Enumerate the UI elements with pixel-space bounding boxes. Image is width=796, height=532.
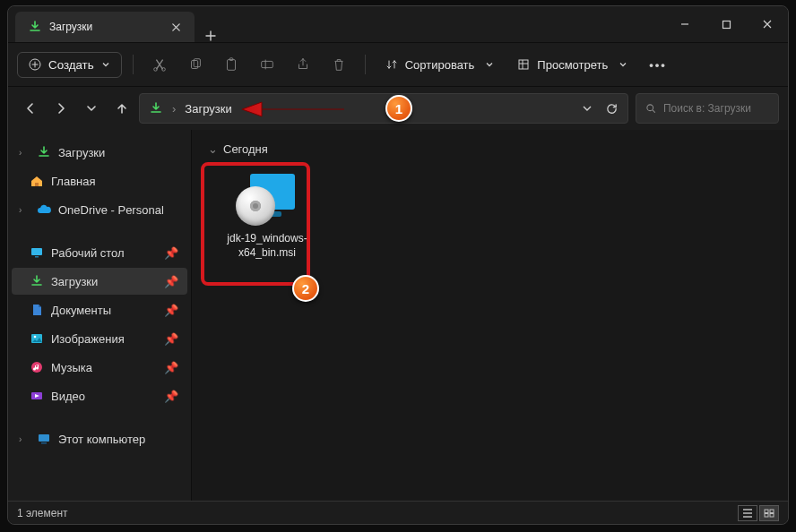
svg-rect-12 xyxy=(35,256,39,258)
sidebar-item-this-pc[interactable]: › Этот компьютер xyxy=(12,425,187,452)
svg-point-10 xyxy=(647,105,653,111)
sidebar-item-label: Этот компьютер xyxy=(58,433,145,446)
svg-rect-22 xyxy=(770,513,774,517)
sidebar-item-pictures[interactable]: Изображения 📌 xyxy=(12,325,187,352)
download-icon xyxy=(30,274,44,288)
create-button[interactable]: Создать xyxy=(17,52,122,78)
pin-icon: 📌 xyxy=(164,332,178,346)
details-view-button[interactable] xyxy=(738,505,757,521)
chevron-right-icon: › xyxy=(172,102,176,116)
svg-rect-9 xyxy=(519,60,528,69)
breadcrumb-current[interactable]: Загрузки xyxy=(185,102,231,116)
music-icon xyxy=(30,360,44,374)
svg-point-14 xyxy=(34,336,37,339)
sidebar-item-label: Музыка xyxy=(51,361,92,374)
copy-button[interactable] xyxy=(180,49,211,80)
image-icon xyxy=(30,331,44,346)
search-input[interactable] xyxy=(663,102,769,115)
tab-close-icon[interactable] xyxy=(169,21,182,33)
pin-icon: 📌 xyxy=(164,246,178,260)
sidebar-item-documents[interactable]: Документы 📌 xyxy=(12,296,187,323)
pin-icon: 📌 xyxy=(164,275,178,288)
view-button[interactable]: Просмотреть xyxy=(508,53,636,77)
minimize-button[interactable] xyxy=(664,6,705,42)
chevron-down-icon[interactable] xyxy=(582,103,593,114)
svg-rect-21 xyxy=(765,513,768,517)
view-label: Просмотреть xyxy=(537,58,608,72)
document-icon xyxy=(30,303,44,317)
sidebar-item-label: Рабочий стол xyxy=(51,246,125,260)
sidebar: › Загрузки Главная › OneDrive - Personal… xyxy=(8,130,192,501)
annotation-callout-2: 2 xyxy=(292,275,319,302)
desktop-icon xyxy=(30,245,44,260)
close-button[interactable] xyxy=(747,6,788,42)
separator xyxy=(365,55,366,74)
view-toggles xyxy=(738,505,779,521)
pin-icon: 📌 xyxy=(164,390,178,403)
svg-rect-0 xyxy=(722,21,730,28)
separator xyxy=(133,55,134,74)
video-icon xyxy=(30,389,44,403)
search-icon xyxy=(645,102,656,115)
titlebar: Загрузки xyxy=(8,6,788,42)
status-text: 1 элемент xyxy=(17,507,68,519)
svg-rect-18 xyxy=(41,442,47,444)
sidebar-item-music[interactable]: Музыка 📌 xyxy=(12,354,187,381)
tab-title: Загрузки xyxy=(49,21,162,33)
chevron-right-icon: › xyxy=(19,205,30,215)
group-header[interactable]: ⌄ Сегодня xyxy=(208,142,772,156)
window-controls xyxy=(664,6,788,42)
sidebar-item-onedrive[interactable]: › OneDrive - Personal xyxy=(12,196,187,223)
svg-rect-5 xyxy=(194,59,200,67)
pc-icon xyxy=(37,432,51,446)
recent-button[interactable] xyxy=(78,95,105,122)
share-button[interactable] xyxy=(288,49,318,80)
sidebar-item-video[interactable]: Видео 📌 xyxy=(12,382,187,409)
up-button[interactable] xyxy=(108,95,135,122)
icons-view-button[interactable] xyxy=(759,505,779,521)
download-icon xyxy=(149,101,163,116)
toolbar: Создать Сортировать Просмотреть ••• xyxy=(8,42,788,87)
search-box[interactable] xyxy=(636,93,779,124)
address-bar[interactable]: › Загрузки xyxy=(139,93,628,124)
forward-button[interactable] xyxy=(48,95,74,122)
body: › Загрузки Главная › OneDrive - Personal… xyxy=(8,130,788,501)
download-icon xyxy=(28,20,42,34)
rename-button[interactable] xyxy=(252,49,282,80)
svg-rect-20 xyxy=(770,510,774,513)
delete-button[interactable] xyxy=(324,49,354,80)
content-area: ⌄ Сегодня jdk-19_windows-x64_bin.msi 2 xyxy=(192,130,788,501)
create-label: Создать xyxy=(48,58,94,72)
sort-label: Сортировать xyxy=(405,58,475,72)
address-row: › Загрузки 1 xyxy=(8,87,788,130)
sort-button[interactable]: Сортировать xyxy=(376,53,504,77)
address-tail xyxy=(582,102,619,116)
paste-button[interactable] xyxy=(216,49,247,80)
chevron-right-icon: › xyxy=(19,148,30,158)
sidebar-item-label: Загрузки xyxy=(58,146,105,159)
chevron-down-icon: ⌄ xyxy=(208,142,218,156)
download-icon xyxy=(37,145,51,159)
cloud-icon xyxy=(37,202,51,217)
chevron-down-icon xyxy=(485,60,494,69)
tabs-zone: Загрузки xyxy=(8,6,664,42)
tab-downloads[interactable]: Загрузки xyxy=(15,12,195,42)
sidebar-item-label: Видео xyxy=(51,390,85,403)
svg-rect-4 xyxy=(191,61,197,69)
explorer-window: Загрузки Создать xyxy=(7,5,789,525)
sidebar-item-downloads[interactable]: Загрузки 📌 xyxy=(12,268,187,295)
cut-button[interactable] xyxy=(144,49,175,80)
maximize-button[interactable] xyxy=(705,6,747,42)
new-tab-button[interactable] xyxy=(195,30,227,42)
sidebar-item-home[interactable]: Главная xyxy=(12,167,187,194)
more-button[interactable]: ••• xyxy=(642,58,674,72)
refresh-button[interactable] xyxy=(605,102,619,116)
sidebar-item-desktop[interactable]: Рабочий стол 📌 xyxy=(12,239,187,266)
sidebar-item-downloads-quick[interactable]: › Загрузки xyxy=(12,139,187,166)
view-icon xyxy=(517,58,530,71)
chevron-right-icon: › xyxy=(19,434,30,444)
svg-rect-8 xyxy=(261,61,273,67)
annotation-highlight-box xyxy=(201,162,310,286)
back-button[interactable] xyxy=(17,95,44,122)
home-icon xyxy=(30,174,44,188)
